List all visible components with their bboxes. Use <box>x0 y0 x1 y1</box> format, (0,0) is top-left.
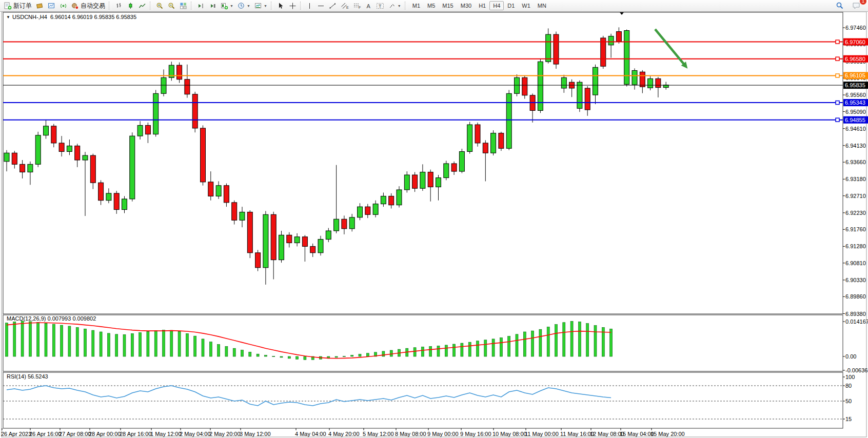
dropdown-caret: ▼ <box>230 4 233 8</box>
shapes-dropdown[interactable]: ▼ <box>386 1 403 11</box>
new-chart-icon <box>221 2 228 10</box>
svg-text:6.91280: 6.91280 <box>845 243 866 249</box>
zoom-out-button[interactable] <box>166 1 177 11</box>
svg-text:0.014167: 0.014167 <box>845 318 868 325</box>
svg-text:6.91760: 6.91760 <box>845 226 866 232</box>
svg-text:8 May 08:00: 8 May 08:00 <box>395 431 426 437</box>
dropdown-caret: ▼ <box>264 4 267 8</box>
line-chart-icon <box>139 2 146 10</box>
timeframe-button-D1[interactable]: D1 <box>504 1 518 10</box>
svg-text:11 May 16:00: 11 May 16:00 <box>560 431 594 437</box>
bar-chart-mode-button[interactable] <box>113 1 125 11</box>
timeframe-button-M30[interactable]: M30 <box>457 1 475 10</box>
tile-windows-button[interactable] <box>177 1 189 11</box>
trendline-icon <box>329 2 337 10</box>
line-chart-mode-button[interactable] <box>136 1 148 11</box>
chart-profile-icon <box>36 2 44 10</box>
svg-text:0.00: 0.00 <box>845 353 856 360</box>
vertical-line-icon <box>306 2 313 10</box>
svg-text:E: E <box>346 6 349 9</box>
crosshair-icon <box>289 2 297 10</box>
svg-text:9 May 16:00: 9 May 16:00 <box>460 431 491 437</box>
toolbar-separator <box>191 2 193 10</box>
toolbar-group-cursor <box>275 0 299 11</box>
svg-text:6.90330: 6.90330 <box>845 277 866 283</box>
svg-text:5 May 12:00: 5 May 12:00 <box>363 431 394 437</box>
svg-text:1 May 12:00: 1 May 12:00 <box>150 431 182 437</box>
candle-chart-icon <box>127 2 134 10</box>
timeframe-button-M5[interactable]: M5 <box>424 1 439 10</box>
bar-chart-icon <box>115 2 123 10</box>
new-order-button[interactable]: 新订单 <box>2 1 34 11</box>
template-icon <box>254 2 262 10</box>
svg-text:11 May 00:00: 11 May 00:00 <box>525 431 559 437</box>
svg-text:6.97060: 6.97060 <box>845 39 865 45</box>
equidistant-channel-tool[interactable]: E <box>339 1 351 11</box>
chart-symbol-period: USDCNH-,H4 <box>12 14 47 20</box>
equidistant-channel-icon: E <box>341 2 349 10</box>
timeframe-button-MN[interactable]: MN <box>534 1 550 10</box>
text-label-tool[interactable]: T <box>374 1 386 11</box>
toolbar-separator <box>150 2 152 10</box>
new-chart-dropdown[interactable]: ▼ <box>219 1 235 11</box>
svg-text:2 May 04:00: 2 May 04:00 <box>180 431 211 437</box>
trendline-tool[interactable] <box>327 1 339 11</box>
timeframe-button-H1[interactable]: H1 <box>475 1 489 10</box>
svg-text:6.89380: 6.89380 <box>845 311 866 317</box>
auto-scroll-button[interactable] <box>207 1 219 11</box>
fibonacci-tool[interactable]: F <box>351 1 363 11</box>
periods-dropdown[interactable]: ▼ <box>235 1 252 11</box>
timeframe-button-W1[interactable]: W1 <box>518 1 534 10</box>
timeframe-button-M15[interactable]: M15 <box>439 1 457 10</box>
vertical-line-tool[interactable] <box>304 1 315 11</box>
timeframe-group: M1M5M15M30H1H4D1W1MN <box>409 0 550 11</box>
price-axis[interactable]: 6.974606.969906.965106.960406.955606.950… <box>843 25 866 317</box>
svg-text:6.92710: 6.92710 <box>845 193 866 199</box>
signals-button[interactable] <box>57 1 69 11</box>
toolbar-group-chart-mode <box>113 0 148 11</box>
time-axis[interactable]: 26 Apr 202326 Apr 16:0027 Apr 08:0028 Ap… <box>1 428 685 437</box>
chart-profile-button[interactable] <box>34 1 46 11</box>
chart-ohlc-values: 6.96014 6.96019 6.95835 6.95835 <box>50 14 136 20</box>
search-icon <box>836 2 844 10</box>
open-chart-window-button[interactable] <box>46 1 57 11</box>
zoom-in-button[interactable] <box>154 1 166 11</box>
svg-text:50: 50 <box>845 398 852 404</box>
svg-text:80: 80 <box>845 383 852 389</box>
chart-window: 6.974606.969906.965106.960406.955606.950… <box>0 12 868 438</box>
timeframe-button-M1[interactable]: M1 <box>409 1 424 10</box>
chart-shift-button[interactable] <box>195 1 207 11</box>
svg-text:3 May 12:00: 3 May 12:00 <box>240 431 271 437</box>
svg-text:6.95560: 6.95560 <box>845 92 866 98</box>
notification-badge[interactable]: 1 <box>860 0 866 5</box>
horizontal-line-tool[interactable] <box>315 1 327 11</box>
autotrading-button[interactable]: 自动交易 <box>69 1 107 11</box>
timeframe-button-H4[interactable]: H4 <box>489 1 504 10</box>
svg-text:T: T <box>379 4 382 9</box>
tile-windows-icon <box>180 2 187 10</box>
text-tool[interactable]: A <box>363 1 374 11</box>
candle-chart-mode-button[interactable] <box>125 1 136 11</box>
svg-text:6.96580: 6.96580 <box>845 56 865 62</box>
templates-dropdown[interactable]: ▼ <box>252 1 269 11</box>
cursor-tool-button[interactable] <box>275 1 287 11</box>
autotrading-label: 自动交易 <box>81 2 105 10</box>
search-button[interactable] <box>834 1 846 11</box>
svg-text:100: 100 <box>845 374 855 380</box>
chart-title: ▼USDCNH-,H4 6.96014 6.96019 6.95835 6.95… <box>6 14 136 20</box>
dropdown-caret: ▼ <box>398 4 401 8</box>
chart-canvas[interactable]: 6.974606.969906.965106.960406.955606.950… <box>0 12 868 438</box>
chart-menu-caret[interactable]: ▼ <box>6 15 10 19</box>
svg-text:6.94610: 6.94610 <box>845 126 866 132</box>
svg-text:6.95090: 6.95090 <box>845 109 866 115</box>
svg-text:26 Apr 16:00: 26 Apr 16:00 <box>29 431 61 437</box>
crosshair-tool-button[interactable] <box>287 1 299 11</box>
svg-text:12 May 08:00: 12 May 08:00 <box>590 431 624 437</box>
mt4-terminal-window: 新订单 自动交易 <box>0 0 868 438</box>
cursor-icon <box>277 2 285 10</box>
svg-text:15 May 20:00: 15 May 20:00 <box>650 431 685 437</box>
toolbar-separator <box>271 2 273 10</box>
svg-text:4 May 20:00: 4 May 20:00 <box>328 431 360 437</box>
fibonacci-icon: F <box>353 2 361 10</box>
toolbar-group-objects: E F A T ▼ <box>304 0 403 11</box>
